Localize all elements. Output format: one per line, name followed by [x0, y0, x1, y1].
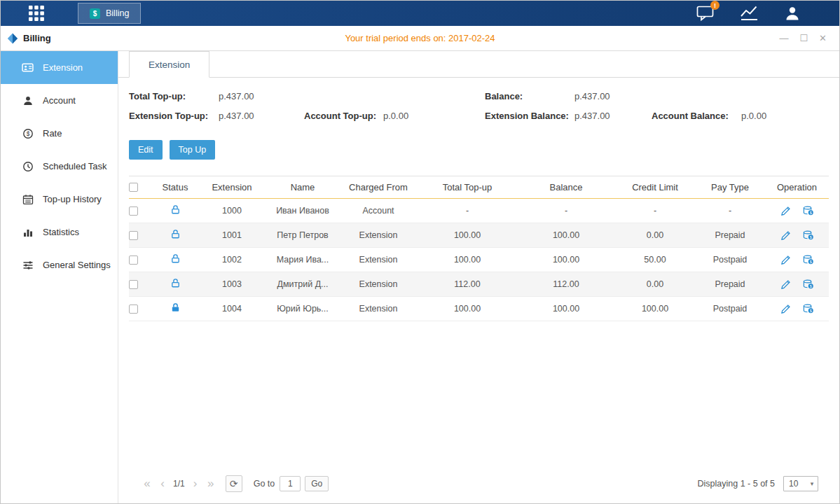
- cell-credit-limit: -: [615, 206, 695, 216]
- user-button[interactable]: [784, 5, 801, 22]
- main-content: Total Top-up:p.437.00 Balance:p.437.00 E…: [118, 78, 839, 503]
- cell-name: Иван Иванов: [266, 206, 339, 216]
- goto-page-input[interactable]: [280, 476, 301, 491]
- header-operation: Operation: [765, 182, 829, 192]
- last-page-button[interactable]: »: [203, 477, 219, 491]
- sliders-icon: [22, 259, 34, 271]
- sidebar: Extension Account $ Rate Scheduled Task: [1, 51, 118, 503]
- calendar-icon: [22, 193, 34, 205]
- edit-row-icon[interactable]: [780, 230, 791, 241]
- sidebar-item-scheduled-task[interactable]: Scheduled Task: [1, 150, 118, 183]
- row-checkbox[interactable]: [129, 255, 138, 265]
- summary-extension-topup: Extension Top-up:p.437.00: [129, 111, 304, 121]
- table-row: 1003 Дмитрий Д... Extension 112.00 112.0…: [129, 272, 829, 297]
- extension-table: Status Extension Name Charged From Total…: [129, 176, 829, 321]
- maximize-button[interactable]: ☐: [799, 34, 808, 43]
- cell-total-topup: -: [418, 206, 517, 216]
- sidebar-item-account[interactable]: Account: [1, 84, 118, 117]
- sidebar-item-label: Scheduled Task: [43, 161, 107, 172]
- next-page-button[interactable]: ›: [188, 477, 203, 491]
- summary-extension-balance: Extension Balance:p.437.00: [485, 111, 652, 121]
- row-checkbox[interactable]: [129, 231, 138, 240]
- edit-row-icon[interactable]: [780, 206, 791, 216]
- header-charged-from: Charged From: [339, 182, 418, 192]
- cell-charged-from: Extension: [339, 255, 418, 265]
- row-checkbox[interactable]: [129, 280, 138, 289]
- table-header: Status Extension Name Charged From Total…: [129, 176, 829, 199]
- sidebar-item-label: Rate: [43, 128, 62, 139]
- cell-extension: 1000: [198, 206, 266, 216]
- summary-balance: Balance:p.437.00: [485, 91, 652, 102]
- unlock-icon: [170, 229, 181, 241]
- summary-account-balance: Account Balance:p.0.00: [652, 111, 829, 121]
- sidebar-item-extension[interactable]: Extension: [1, 51, 118, 84]
- header-name: Name: [266, 182, 339, 192]
- cell-extension: 1004: [198, 304, 266, 314]
- user-icon: [784, 5, 801, 22]
- topup-row-icon[interactable]: $: [802, 254, 814, 265]
- edit-row-icon[interactable]: [780, 255, 791, 265]
- messages-button[interactable]: !: [696, 5, 715, 22]
- cell-extension: 1001: [198, 230, 266, 240]
- header-status: Status: [153, 182, 198, 192]
- cell-balance: 100.00: [517, 304, 615, 314]
- sidebar-item-rate[interactable]: $ Rate: [1, 117, 118, 150]
- edit-row-icon[interactable]: [780, 304, 791, 314]
- monitor-button[interactable]: [740, 6, 759, 21]
- svg-text:$: $: [809, 260, 811, 264]
- sidebar-item-general-settings[interactable]: General Settings: [1, 248, 118, 281]
- topbar-tab-label: Billing: [106, 8, 129, 18]
- go-button[interactable]: Go: [305, 476, 329, 491]
- cell-total-topup: 100.00: [418, 255, 517, 265]
- cell-name: Петр Петров: [266, 230, 339, 240]
- displaying-text: Displaying 1 - 5 of 5: [698, 479, 775, 489]
- actions-bar: Edit Top Up: [129, 140, 829, 160]
- header-pay-type: Pay Type: [695, 182, 765, 192]
- topup-row-icon[interactable]: $: [802, 303, 814, 314]
- apps-grid-icon[interactable]: [26, 3, 47, 24]
- svg-text:$: $: [809, 309, 811, 313]
- rate-coin-icon: $: [22, 127, 34, 139]
- table-row: 1004 Юрий Юрь... Extension 100.00 100.00…: [129, 297, 829, 321]
- row-checkbox[interactable]: [129, 304, 138, 314]
- header-balance: Balance: [517, 182, 615, 192]
- topup-row-icon[interactable]: $: [802, 205, 814, 216]
- refresh-button[interactable]: ⟳: [226, 475, 242, 492]
- edit-row-icon[interactable]: [780, 279, 791, 290]
- cell-extension: 1003: [198, 279, 266, 289]
- sidebar-item-statistics[interactable]: Statistics: [1, 216, 118, 248]
- first-page-button[interactable]: «: [139, 477, 155, 491]
- cell-charged-from: Extension: [339, 230, 418, 240]
- billing-app-icon: [7, 33, 18, 44]
- cell-balance: 112.00: [517, 279, 615, 289]
- prev-page-button[interactable]: ‹: [155, 477, 170, 491]
- window-controls: — ☐ ✕: [779, 34, 839, 43]
- cell-charged-from: Account: [339, 206, 418, 216]
- header-total-topup: Total Top-up: [418, 182, 517, 192]
- svg-text:$: $: [809, 235, 811, 239]
- chevron-down-icon: ▾: [806, 480, 818, 487]
- edit-button[interactable]: Edit: [129, 140, 163, 160]
- minimize-button[interactable]: —: [779, 34, 788, 43]
- tab-extension[interactable]: Extension: [129, 51, 209, 78]
- unlock-icon: [170, 253, 181, 266]
- page-size-value: 10: [784, 479, 806, 489]
- person-icon: [22, 94, 34, 106]
- close-button[interactable]: ✕: [819, 34, 827, 43]
- page-size-select[interactable]: 10 ▾: [783, 476, 818, 491]
- sidebar-item-topup-history[interactable]: Top-up History: [1, 183, 118, 216]
- svg-text:$: $: [26, 130, 29, 137]
- table-row: 1000 Иван Иванов Account - - - - $: [129, 199, 829, 223]
- dollar-icon: $: [90, 8, 100, 19]
- summary-total-topup: Total Top-up:p.437.00: [129, 91, 304, 102]
- header-credit-limit: Credit Limit: [615, 182, 695, 192]
- cell-total-topup: 100.00: [418, 304, 517, 314]
- sidebar-item-label: Extension: [43, 62, 83, 73]
- select-all-checkbox[interactable]: [129, 183, 138, 192]
- row-checkbox[interactable]: [129, 206, 138, 216]
- topbar-tab-billing[interactable]: $ Billing: [78, 3, 141, 24]
- topup-row-icon[interactable]: $: [802, 279, 814, 290]
- top-up-button[interactable]: Top Up: [170, 140, 216, 160]
- cell-name: Юрий Юрь...: [266, 304, 339, 314]
- topup-row-icon[interactable]: $: [802, 230, 814, 241]
